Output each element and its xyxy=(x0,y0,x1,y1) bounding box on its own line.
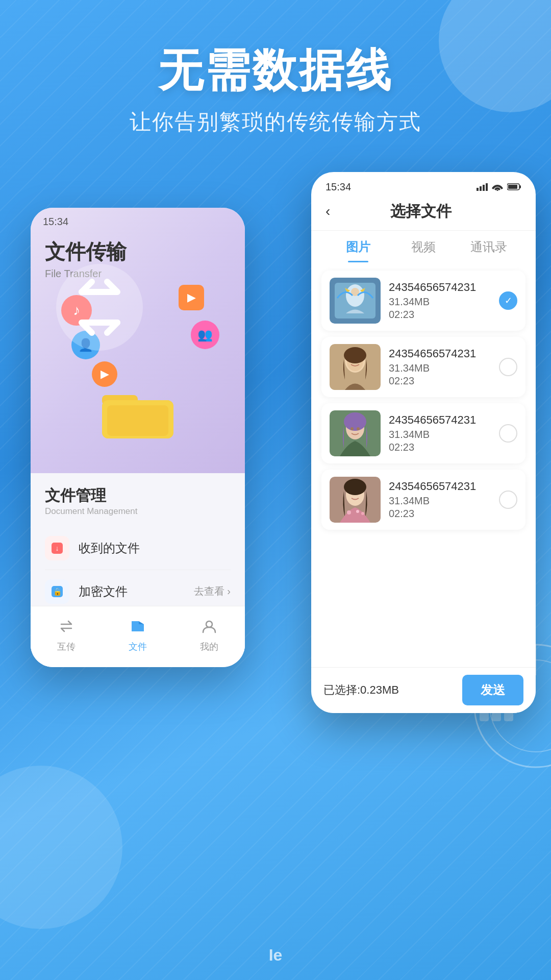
svg-point-37 xyxy=(356,510,359,513)
thumb-1 xyxy=(330,278,381,324)
header-section: 无需数据线 让你告别繁琐的传统传输方式 xyxy=(0,0,551,136)
file-mgmt-item-received[interactable]: ↓ 收到的文件 xyxy=(45,527,231,570)
svg-point-32 xyxy=(357,427,360,430)
svg-point-31 xyxy=(350,427,354,430)
file-item-3[interactable]: 24354656574231 31.34MB 02:23 xyxy=(321,403,525,463)
svg-rect-14 xyxy=(483,185,485,191)
svg-rect-12 xyxy=(477,188,479,191)
received-icon: ↓ xyxy=(45,536,69,560)
file-info-3: 24354656574231 31.34MB 02:23 xyxy=(389,413,494,453)
svg-rect-15 xyxy=(486,183,488,191)
file-duration-3: 02:23 xyxy=(389,442,494,453)
contact-bubble: 👥 xyxy=(191,321,219,349)
left-time: 15:34 xyxy=(43,216,68,228)
nav-files-label: 文件 xyxy=(129,641,147,653)
folder-icon xyxy=(97,380,179,443)
svg-rect-19 xyxy=(508,185,517,189)
nav-item-mine[interactable]: 我的 xyxy=(198,615,220,653)
right-header-title: 选择文件 xyxy=(340,201,501,222)
svg-rect-51 xyxy=(480,712,489,721)
svg-point-11 xyxy=(206,621,212,627)
encrypted-arrow: 去查看 › xyxy=(194,584,231,598)
bottom-indicator-text: Ie xyxy=(269,946,283,964)
encrypted-label: 加密文件 xyxy=(79,583,194,600)
file-check-1[interactable]: ✓ xyxy=(499,291,517,310)
selected-size: 已选择:0.23MB xyxy=(323,682,399,698)
received-label: 收到的文件 xyxy=(79,540,231,556)
file-name-3: 24354656574231 xyxy=(389,413,494,427)
file-item-2[interactable]: 24354656574231 31.34MB 02:23 xyxy=(321,337,525,397)
file-check-2[interactable] xyxy=(499,358,517,376)
back-button[interactable]: ‹ xyxy=(325,203,330,219)
file-check-4[interactable] xyxy=(499,491,517,509)
file-list: 24354656574231 31.34MB 02:23 ✓ xyxy=(311,262,536,544)
bottom-indicator: Ie xyxy=(269,946,283,965)
transfer-icon xyxy=(51,259,148,356)
sub-title: 让你告别繁琐的传统传输方式 xyxy=(0,108,551,136)
svg-rect-4 xyxy=(107,405,168,436)
file-duration-2: 02:23 xyxy=(389,375,494,387)
svg-rect-53 xyxy=(504,712,513,721)
svg-rect-18 xyxy=(519,185,521,188)
nav-files-icon xyxy=(127,615,149,638)
file-duration-4: 02:23 xyxy=(389,508,494,520)
thumb-4 xyxy=(330,477,381,523)
main-title: 无需数据线 xyxy=(0,46,551,95)
status-icons xyxy=(477,183,521,191)
file-info-1: 24354656574231 31.34MB 02:23 xyxy=(389,281,494,321)
file-size-3: 31.34MB xyxy=(389,429,494,440)
file-size-2: 31.34MB xyxy=(389,362,494,374)
file-mgmt-title-cn: 文件管理 xyxy=(45,485,231,506)
tab-contacts[interactable]: 通讯录 xyxy=(456,239,521,262)
file-check-3[interactable] xyxy=(499,424,517,443)
video-bubble: ▶ xyxy=(179,285,204,310)
file-name-2: 24354656574231 xyxy=(389,347,494,360)
svg-point-38 xyxy=(361,512,364,515)
nav-transfer-label: 互传 xyxy=(57,641,76,653)
tab-videos[interactable]: 视频 xyxy=(391,239,456,262)
file-item-1[interactable]: 24354656574231 31.34MB 02:23 ✓ xyxy=(321,271,525,331)
nav-transfer-icon xyxy=(55,615,78,638)
file-item-4[interactable]: 24354656574231 31.34MB 02:23 xyxy=(321,470,525,530)
svg-rect-52 xyxy=(492,712,501,721)
left-status-bar: 15:34 xyxy=(31,208,245,228)
send-bar: 已选择:0.23MB 发送 xyxy=(311,667,536,713)
encrypted-icon: 🔒 xyxy=(45,579,69,604)
tabs-row: 图片 视频 通讯录 xyxy=(311,231,536,262)
file-mgmt-title-en: Document Management xyxy=(45,506,231,517)
tab-pictures[interactable]: 图片 xyxy=(325,239,391,262)
file-name-4: 24354656574231 xyxy=(389,480,494,493)
file-size-4: 31.34MB xyxy=(389,495,494,507)
svg-point-16 xyxy=(497,190,498,191)
svg-point-27 xyxy=(344,347,366,363)
svg-rect-13 xyxy=(480,186,482,191)
file-info-2: 24354656574231 31.34MB 02:23 xyxy=(389,347,494,387)
file-size-1: 31.34MB xyxy=(389,296,494,308)
phone-right: 15:34 xyxy=(311,172,536,713)
nav-mine-label: 我的 xyxy=(200,641,218,653)
file-duration-1: 02:23 xyxy=(389,309,494,321)
svg-text:🔒: 🔒 xyxy=(53,587,62,596)
svg-point-36 xyxy=(347,510,351,514)
svg-text:↓: ↓ xyxy=(56,544,59,552)
nav-mine-icon xyxy=(198,615,220,638)
svg-point-30 xyxy=(344,412,366,431)
thumb-2 xyxy=(330,344,381,390)
right-header: ‹ 选择文件 xyxy=(311,193,536,231)
nav-item-transfer[interactable]: 互传 xyxy=(55,615,78,653)
svg-point-35 xyxy=(344,479,366,495)
svg-point-0 xyxy=(56,264,143,351)
right-status-bar: 15:34 xyxy=(311,172,536,193)
right-time: 15:34 xyxy=(325,181,351,193)
send-button[interactable]: 发送 xyxy=(462,675,523,705)
left-bottom-nav: 互传 文件 xyxy=(31,606,245,667)
file-name-1: 24354656574231 xyxy=(389,281,494,294)
phones-container: 15:34 文件传输 File Transfer ♪ ▶ xyxy=(0,167,551,871)
file-info-4: 24354656574231 31.34MB 02:23 xyxy=(389,480,494,520)
nav-item-files[interactable]: 文件 xyxy=(127,615,149,653)
thumb-3 xyxy=(330,410,381,456)
